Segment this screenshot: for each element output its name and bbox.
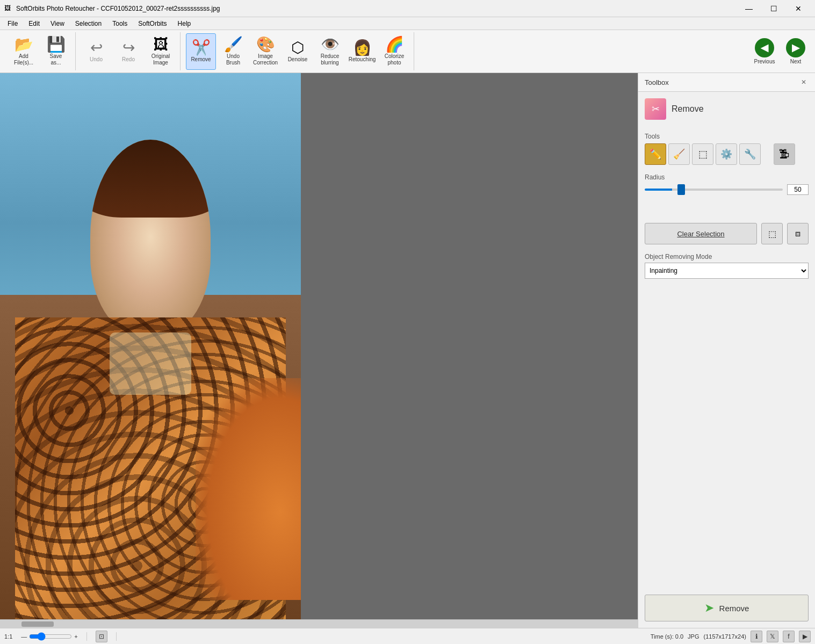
menu-softorbits[interactable]: SoftOrbits — [133, 17, 172, 30]
photo-display — [0, 73, 301, 628]
zoom-label: 1:1 — [4, 633, 12, 640]
remove-arrow-icon: ➤ — [704, 601, 714, 615]
denoise-icon: ⬡ — [291, 40, 304, 55]
mode-section: Object Removing Mode Inpainting Content-… — [645, 253, 809, 279]
redo-button[interactable]: ↪ Redo — [113, 33, 143, 70]
colorize-photo-label: Colorizephoto — [385, 53, 405, 66]
info-button[interactable]: ℹ — [751, 631, 762, 642]
previous-label: Previous — [754, 59, 775, 65]
status-divider-2 — [116, 632, 117, 641]
save-as-label: Saveas... — [50, 53, 62, 66]
select-rect-tool-button[interactable]: ⬚ — [692, 143, 713, 165]
menu-file[interactable]: File — [2, 17, 23, 30]
reduce-blurring-label: Reduceblurring — [321, 53, 339, 66]
remove-tool-label: Remove — [191, 56, 211, 63]
remove-tool-icon: ✂️ — [192, 40, 211, 55]
reduce-blurring-button[interactable]: 👁️ Reduceblurring — [315, 33, 345, 70]
flex-spacer — [645, 287, 809, 586]
social-facebook-button[interactable]: f — [783, 631, 795, 642]
tools-label: Tools — [645, 133, 809, 140]
remove-section-icon: ✂ — [645, 98, 666, 120]
status-right: Time (s): 0.0 JPG (1157x1717x24) ℹ 𝕏 f ▶ — [651, 631, 811, 642]
remove-action-button[interactable]: ➤ Remove — [645, 595, 809, 621]
image-correction-button[interactable]: 🎨 ImageCorrection — [250, 33, 280, 70]
clear-selection-button[interactable]: Clear Selection — [645, 223, 757, 244]
next-label: Next — [790, 59, 802, 65]
file-tools-group: 📂 AddFile(s)... 💾 Saveas... — [4, 32, 76, 70]
nav-group: ◀ Previous ▶ Next — [749, 32, 811, 70]
scroll-thumb[interactable] — [21, 621, 54, 627]
toolbox-body: ✂ Remove Tools ✏️ 🧹 ⬚ ⚙️ 🔧 🗜 Radius — [638, 92, 815, 628]
magic-wand-tool-button[interactable]: ⚙️ — [716, 143, 737, 165]
section-spacer — [645, 204, 809, 214]
colorize-photo-button[interactable]: 🌈 Colorizephoto — [379, 33, 409, 70]
radius-slider[interactable] — [645, 189, 783, 191]
toolbar: 📂 AddFile(s)... 💾 Saveas... ↩ Undo ↪ Red… — [0, 30, 815, 73]
previous-icon: ◀ — [755, 38, 774, 57]
menu-bar: File Edit View Selection Tools SoftOrbit… — [0, 17, 815, 30]
select-all-button[interactable]: ⬚ — [761, 223, 783, 244]
remove-action-label: Remove — [719, 604, 749, 613]
mode-label: Object Removing Mode — [645, 253, 809, 261]
maximize-button[interactable]: ☐ — [761, 0, 786, 17]
previous-button[interactable]: ◀ Previous — [749, 33, 780, 70]
denoise-button[interactable]: ⬡ Denoise — [283, 33, 313, 70]
person-face — [90, 140, 211, 334]
remove-tool-button[interactable]: ✂️ Remove — [186, 33, 216, 70]
toolbox-panel: Toolbox ✕ ✂ Remove Tools ✏️ 🧹 ⬚ ⚙️ 🔧 🗜 — [638, 73, 815, 628]
invert-selection-button[interactable]: ⧈ — [787, 223, 809, 244]
reduce-blurring-icon: 👁️ — [321, 37, 340, 52]
radius-value-input[interactable] — [787, 184, 809, 195]
zoom-slider[interactable] — [29, 632, 72, 641]
menu-selection[interactable]: Selection — [70, 17, 107, 30]
mode-select[interactable]: Inpainting Content-Aware Fill Clone — [645, 263, 809, 279]
retouching-icon: 👩 — [353, 40, 372, 55]
zoom-section: 1:1 — [4, 633, 12, 640]
social-youtube-button[interactable]: ▶ — [799, 631, 811, 642]
add-files-button[interactable]: 📂 AddFile(s)... — [9, 33, 39, 70]
photo-container — [0, 73, 301, 628]
menu-tools[interactable]: Tools — [107, 17, 133, 30]
minimize-button[interactable]: — — [737, 0, 761, 17]
add-files-label: AddFile(s)... — [14, 53, 33, 66]
undo-icon: ↩ — [90, 40, 103, 55]
retouching-button[interactable]: 👩 Retouching — [347, 33, 377, 70]
add-files-icon: 📂 — [15, 37, 33, 52]
action-row: Clear Selection ⬚ ⧈ — [645, 223, 809, 244]
status-bar: 1:1 — + ⊡ Time (s): 0.0 JPG (1157x1717x2… — [0, 628, 815, 644]
main-area: Toolbox ✕ ✂ Remove Tools ✏️ 🧹 ⬚ ⚙️ 🔧 🗜 — [0, 73, 815, 628]
menu-help[interactable]: Help — [172, 17, 197, 30]
radius-section: Radius — [645, 173, 809, 195]
undo-brush-button[interactable]: 🖌️ UndoBrush — [218, 33, 248, 70]
toolbox-header: Toolbox ✕ — [638, 73, 815, 92]
close-button[interactable]: ✕ — [786, 0, 811, 17]
remove-tools-group: ✂️ Remove 🖌️ UndoBrush 🎨 ImageCorrection… — [182, 32, 414, 70]
eraser-tool-button[interactable]: 🧹 — [668, 143, 690, 165]
next-icon: ▶ — [786, 38, 805, 57]
pencil-tool-button[interactable]: ✏️ — [645, 143, 666, 165]
menu-view[interactable]: View — [45, 17, 70, 30]
next-button[interactable]: ▶ Next — [781, 33, 811, 70]
original-image-label: OriginalImage — [152, 53, 170, 66]
status-fit-button[interactable]: ⊡ — [96, 631, 107, 642]
undo-brush-label: UndoBrush — [226, 53, 240, 66]
menu-edit[interactable]: Edit — [23, 17, 45, 30]
original-image-button[interactable]: 🖼 OriginalImage — [146, 33, 176, 70]
undo-button[interactable]: ↩ Undo — [81, 33, 111, 70]
retouching-label: Retouching — [349, 56, 376, 63]
redo-icon: ↪ — [122, 40, 135, 55]
image-area[interactable] — [0, 73, 638, 628]
toolbox-close-button[interactable]: ✕ — [799, 77, 809, 87]
social-twitter-button[interactable]: 𝕏 — [767, 631, 778, 642]
undo-brush-icon: 🖌️ — [224, 37, 243, 52]
stamp-tool-button[interactable]: 🗜 — [774, 143, 795, 165]
status-divider-1 — [86, 632, 87, 641]
horizontal-scrollbar[interactable] — [0, 619, 638, 628]
tools-row: ✏️ 🧹 ⬚ ⚙️ 🔧 🗜 — [645, 143, 809, 165]
wrench-tool-button[interactable]: 🔧 — [739, 143, 761, 165]
denoise-label: Denoise — [288, 56, 308, 63]
redo-label: Redo — [122, 56, 135, 63]
image-correction-icon: 🎨 — [256, 37, 275, 52]
colorize-photo-icon: 🌈 — [385, 37, 404, 52]
save-as-button[interactable]: 💾 Saveas... — [41, 33, 71, 70]
